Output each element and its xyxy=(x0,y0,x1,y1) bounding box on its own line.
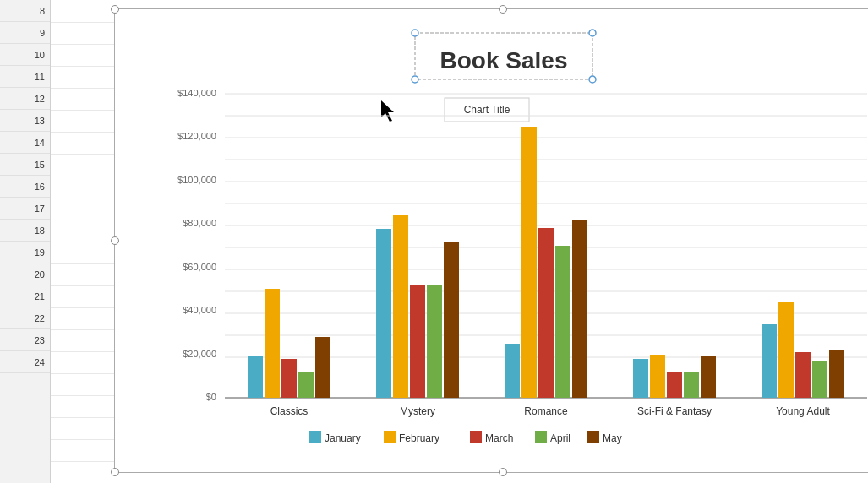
row-18: 18 xyxy=(0,220,50,242)
row-19: 19 xyxy=(0,242,50,263)
handle-bottom-left[interactable] xyxy=(111,468,119,476)
svg-rect-49 xyxy=(684,372,699,398)
row-13: 13 xyxy=(0,110,50,132)
svg-text:February: February xyxy=(399,432,439,444)
row-15: 15 xyxy=(0,154,50,176)
grid-area: Book Sales Chart Title xyxy=(51,0,868,483)
svg-text:Romance: Romance xyxy=(524,405,568,417)
svg-rect-63 xyxy=(384,431,396,443)
svg-rect-51 xyxy=(762,324,777,398)
handle-bottom-center[interactable] xyxy=(499,468,507,476)
svg-rect-55 xyxy=(829,350,844,398)
row-20: 20 xyxy=(0,263,50,285)
svg-text:Young Adult: Young Adult xyxy=(776,405,830,417)
svg-text:April: April xyxy=(550,432,570,444)
row-numbers: 8 9 10 11 12 13 14 15 16 17 18 19 20 21 … xyxy=(0,0,51,483)
row-9: 9 xyxy=(0,22,50,44)
svg-text:Classics: Classics xyxy=(270,405,308,417)
svg-rect-34 xyxy=(298,372,314,398)
svg-text:$40,000: $40,000 xyxy=(183,305,216,315)
row-10: 10 xyxy=(0,44,50,66)
svg-rect-38 xyxy=(410,285,425,398)
row-14: 14 xyxy=(0,132,50,154)
handle-top-left[interactable] xyxy=(111,5,119,14)
svg-text:$80,000: $80,000 xyxy=(183,218,216,228)
chart-container[interactable]: Book Sales Chart Title xyxy=(114,8,868,473)
svg-rect-50 xyxy=(701,356,716,398)
svg-text:May: May xyxy=(603,432,622,444)
svg-rect-39 xyxy=(427,285,442,398)
svg-text:$120,000: $120,000 xyxy=(177,131,216,141)
svg-text:$60,000: $60,000 xyxy=(183,262,216,272)
svg-text:$100,000: $100,000 xyxy=(177,175,216,185)
row-16: 16 xyxy=(0,176,50,198)
svg-text:$140,000: $140,000 xyxy=(177,88,216,98)
svg-text:$0: $0 xyxy=(206,392,216,402)
row-11: 11 xyxy=(0,66,50,88)
svg-rect-61 xyxy=(309,431,321,443)
svg-rect-52 xyxy=(778,302,794,398)
svg-rect-65 xyxy=(470,431,482,443)
svg-rect-41 xyxy=(505,344,520,398)
svg-rect-42 xyxy=(521,127,537,398)
row-12: 12 xyxy=(0,88,50,110)
chart-title-group: Book Sales xyxy=(412,30,596,83)
svg-rect-69 xyxy=(587,431,599,443)
svg-rect-44 xyxy=(555,246,570,398)
svg-rect-47 xyxy=(650,355,665,398)
svg-rect-32 xyxy=(265,289,280,398)
row-8: 8 xyxy=(0,0,50,22)
row-24: 24 xyxy=(0,351,50,373)
svg-rect-67 xyxy=(535,431,547,443)
svg-text:March: March xyxy=(485,432,513,444)
svg-rect-53 xyxy=(795,352,811,398)
svg-text:Chart Title: Chart Title xyxy=(464,104,510,116)
svg-text:Book Sales: Book Sales xyxy=(440,47,568,73)
svg-point-2 xyxy=(589,30,596,36)
svg-rect-37 xyxy=(393,215,408,398)
svg-rect-46 xyxy=(633,359,648,398)
svg-rect-54 xyxy=(812,361,827,398)
svg-rect-40 xyxy=(444,242,459,398)
svg-rect-35 xyxy=(315,337,330,398)
row-23: 23 xyxy=(0,329,50,351)
svg-text:Sci-Fi & Fantasy: Sci-Fi & Fantasy xyxy=(637,405,712,417)
svg-point-4 xyxy=(589,76,596,83)
svg-point-3 xyxy=(412,76,418,83)
svg-text:Mystery: Mystery xyxy=(400,405,435,417)
chart-svg: Book Sales Chart Title xyxy=(115,9,868,474)
svg-rect-45 xyxy=(572,220,587,398)
svg-rect-43 xyxy=(538,228,554,398)
row-22: 22 xyxy=(0,307,50,329)
svg-rect-48 xyxy=(667,372,682,398)
svg-rect-31 xyxy=(248,356,263,398)
handle-top-center[interactable] xyxy=(499,5,507,14)
svg-rect-36 xyxy=(376,229,391,398)
row-17: 17 xyxy=(0,198,50,220)
svg-point-1 xyxy=(412,30,418,36)
handle-middle-left[interactable] xyxy=(111,236,119,245)
svg-text:$20,000: $20,000 xyxy=(183,349,216,359)
svg-marker-8 xyxy=(381,100,394,122)
svg-rect-33 xyxy=(281,359,297,398)
row-21: 21 xyxy=(0,285,50,307)
svg-text:January: January xyxy=(325,432,361,444)
